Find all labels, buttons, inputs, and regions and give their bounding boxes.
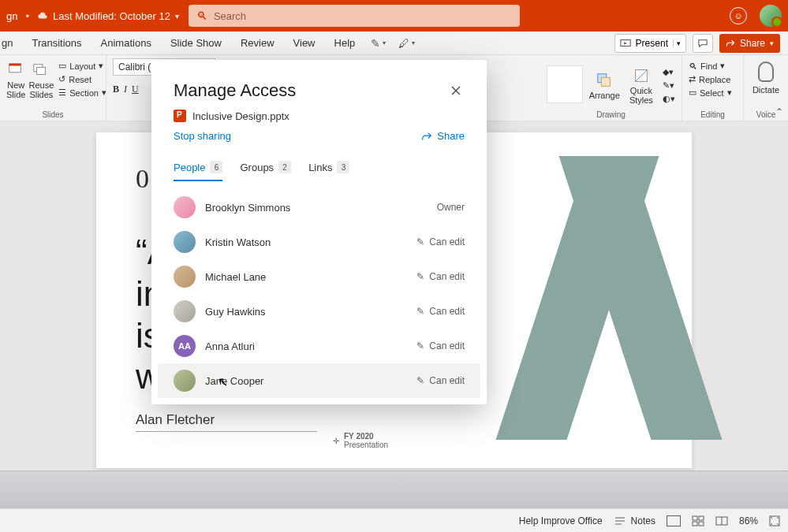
search-box[interactable]: 🔍︎ [189, 5, 520, 27]
replace-button[interactable]: ⇄ Replace [689, 73, 732, 85]
reuse-slides-icon [32, 61, 50, 79]
share-link-button[interactable]: Share [421, 130, 465, 142]
share-icon [421, 131, 432, 142]
reset-button[interactable]: ↺ Reset [57, 73, 108, 85]
group-label-slides: Slides [6, 110, 99, 121]
tab-groups[interactable]: Groups 2 [240, 161, 291, 181]
person-role-dropdown[interactable]: ✎Can edit [416, 236, 465, 247]
tab-slide-show[interactable]: Slide Show [161, 32, 231, 54]
slide-options-stack: ▭ Layout ▾ ↺ Reset ☰ Section ▾ [57, 58, 108, 99]
person-name: Jane Cooper [205, 375, 263, 387]
person-role-dropdown[interactable]: ✎Can edit [416, 271, 465, 282]
share-button[interactable]: Share ▾ [719, 34, 780, 53]
ribbon-tabs: gn Transitions Animations Slide Show Rev… [0, 32, 788, 55]
pen-tool-icon[interactable]: 🖊▾ [392, 37, 421, 50]
dictate-button[interactable]: Dictate [750, 58, 782, 95]
svg-rect-2 [9, 64, 21, 66]
shape-style-stack: ◆▾ ✎▾ ◐▾ [663, 65, 675, 105]
shape-effects-button[interactable]: ◐▾ [663, 93, 675, 105]
pencil-icon: ✎ [416, 271, 424, 282]
plus-icon: ✛ [333, 437, 339, 445]
svg-rect-10 [693, 522, 697, 526]
cloud-check-icon [37, 10, 48, 21]
chevron-down-icon: ▾ [175, 12, 179, 20]
new-slide-label: New Slide [6, 80, 25, 99]
groups-count-badge: 2 [278, 161, 291, 173]
feedback-icon[interactable]: ☺ [730, 7, 747, 24]
notes-toggle[interactable]: Notes [614, 515, 655, 526]
manage-access-dialog: Manage Access Inclusive Design.pptx Stop… [151, 60, 487, 404]
slide-author: Alan Fletcher [136, 412, 317, 432]
shape-fill-button[interactable]: ◆▾ [663, 66, 675, 78]
sorter-view-button[interactable] [692, 515, 704, 526]
tab-view[interactable]: View [284, 32, 325, 54]
section-button[interactable]: ☰ Section ▾ [57, 87, 108, 99]
shapes-gallery[interactable] [547, 65, 583, 103]
person-role-dropdown[interactable]: ✎Can edit [416, 340, 465, 352]
tab-transitions[interactable]: Transitions [22, 32, 91, 54]
present-button[interactable]: Present ▾ [614, 34, 686, 53]
user-avatar[interactable] [760, 5, 782, 27]
dialog-title: Manage Access [174, 80, 296, 101]
person-row[interactable]: Kristin Watson ✎Can edit [158, 225, 480, 259]
pencil-icon: ✎ [416, 375, 424, 386]
search-input[interactable] [214, 10, 512, 22]
svg-rect-8 [693, 516, 697, 520]
person-role-dropdown[interactable]: ✎Can edit [416, 306, 465, 317]
pencil-icon: ✎ [416, 306, 424, 317]
close-icon [450, 85, 461, 96]
shape-outline-button[interactable]: ✎▾ [663, 80, 675, 91]
group-label-drawing: Drawing [547, 110, 675, 121]
person-name: Anna Atluri [205, 340, 255, 352]
person-row[interactable]: Brooklyn Simmons Owner [158, 190, 480, 225]
pencil-icon: ✎ [416, 236, 424, 247]
tab-help[interactable]: Help [325, 32, 365, 54]
bold-button[interactable]: B [113, 84, 119, 95]
quick-styles-button[interactable]: Quick Styles [626, 64, 656, 105]
tab-design[interactable]: gn [0, 32, 22, 54]
close-button[interactable] [447, 80, 465, 103]
font-style-row: B I U [113, 84, 139, 95]
person-row[interactable]: Jane Cooper ✎Can edit ↖ [158, 363, 480, 398]
person-row[interactable]: AA Anna Atluri ✎Can edit [158, 329, 480, 363]
new-slide-button[interactable]: New Slide [6, 58, 25, 99]
comments-toggle-button[interactable] [693, 34, 713, 53]
help-improve-link[interactable]: Help Improve Office [519, 515, 603, 526]
app-name-suffix: gn [6, 10, 17, 22]
person-avatar [174, 266, 196, 288]
tab-links[interactable]: Links 3 [308, 161, 349, 181]
fit-to-window-button[interactable] [769, 515, 780, 526]
select-button[interactable]: ▭ Select ▾ [689, 87, 732, 99]
last-modified-dropdown[interactable]: Last Modified: October 12 ▾ [37, 10, 179, 22]
notes-icon [614, 516, 626, 526]
svg-rect-6 [602, 77, 611, 86]
tab-animations[interactable]: Animations [91, 32, 161, 54]
reuse-slides-button[interactable]: Reuse Slides [28, 58, 54, 99]
title-right: ☺ [730, 5, 782, 27]
underline-button[interactable]: U [132, 84, 139, 95]
tab-review[interactable]: Review [231, 32, 284, 54]
slide-decoration [534, 156, 692, 440]
person-name: Guy Hawkins [205, 306, 266, 318]
arrange-button[interactable]: Arrange [589, 69, 620, 100]
find-button[interactable]: 🔍︎ Find ▾ [689, 60, 732, 72]
person-row[interactable]: Guy Hawkins ✎Can edit [158, 294, 480, 329]
person-row[interactable]: Michael Lane ✎Can edit [158, 259, 480, 294]
ink-tool-icon[interactable]: ✎▾ [364, 37, 392, 50]
layout-button[interactable]: ▭ Layout ▾ [57, 60, 108, 72]
tab-people[interactable]: People 6 [174, 161, 222, 181]
arrange-label: Arrange [589, 91, 620, 100]
reading-view-button[interactable] [715, 515, 728, 526]
present-icon [620, 39, 631, 48]
stop-sharing-link[interactable]: Stop sharing [174, 130, 231, 142]
people-count-badge: 6 [210, 161, 222, 173]
normal-view-icon [667, 515, 681, 526]
person-avatar [174, 196, 196, 218]
collapse-ribbon-button[interactable]: ⌃ [775, 106, 783, 117]
quick-styles-label: Quick Styles [626, 86, 656, 105]
dialog-tabs: People 6 Groups 2 Links 3 [151, 147, 487, 182]
italic-button[interactable]: I [124, 84, 127, 95]
person-role-dropdown[interactable]: ✎Can edit [416, 375, 465, 386]
normal-view-button[interactable] [667, 515, 681, 526]
zoom-level[interactable]: 86% [739, 515, 758, 526]
